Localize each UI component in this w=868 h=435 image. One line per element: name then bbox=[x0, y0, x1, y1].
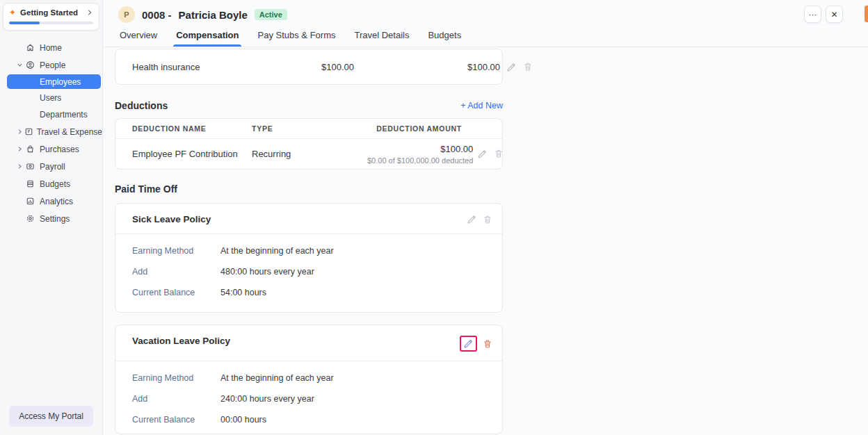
delete-icon[interactable] bbox=[494, 149, 504, 159]
sick-leave-policy-card: Sick Leave Policy Earning Method At the … bbox=[115, 203, 503, 313]
getting-started-label: Getting Started bbox=[20, 8, 82, 17]
sidebar-item-label: People bbox=[40, 60, 65, 70]
sidebar-item-label: Analytics bbox=[40, 197, 73, 206]
delete-icon[interactable] bbox=[483, 339, 492, 349]
policy-field: Current Balance 00:00 hours bbox=[132, 409, 485, 430]
payroll-icon bbox=[26, 162, 40, 171]
deduction-type: Recurring bbox=[252, 149, 367, 159]
chevron-right-icon bbox=[17, 129, 24, 135]
benefits-card: Health insurance $100.00 $100.00 bbox=[115, 49, 503, 85]
employee-id: 0008 - bbox=[142, 9, 172, 21]
gear-icon bbox=[26, 214, 40, 223]
sidebar-item-label: Users bbox=[40, 93, 61, 103]
edit-icon[interactable] bbox=[463, 338, 474, 349]
column-header: DEDUCTION AMOUNT bbox=[367, 124, 462, 133]
sidebar-item-departments[interactable]: Departments bbox=[0, 106, 102, 123]
field-value: At the beginning of each year bbox=[220, 373, 485, 383]
column-header: TYPE bbox=[252, 124, 367, 133]
sidebar-item-users[interactable]: Users bbox=[0, 90, 102, 106]
sparkle-icon: ✦ bbox=[9, 8, 16, 17]
home-icon bbox=[26, 43, 40, 52]
sidebar-item-purchases[interactable]: Purchases bbox=[0, 140, 102, 158]
pto-section-title: Paid Time Off bbox=[115, 183, 868, 195]
deduction-name: Employee PF Contribution bbox=[132, 149, 252, 159]
policy-field: Add 240:00 hours every year bbox=[132, 388, 485, 409]
access-my-portal-button[interactable]: Access My Portal bbox=[9, 406, 93, 427]
close-button[interactable]: ✕ bbox=[826, 6, 843, 23]
shopping-bag-icon bbox=[26, 145, 40, 154]
edge-feedback-tab[interactable] bbox=[865, 6, 868, 22]
sidebar-item-analytics[interactable]: Analytics bbox=[0, 192, 102, 210]
sidebar-item-label: Employees bbox=[40, 77, 81, 87]
sidebar-item-employees[interactable]: Employees bbox=[7, 74, 101, 89]
sidebar-item-label: Payroll bbox=[40, 162, 65, 172]
tab-bar: Overview Compensation Pay Stubs & Forms … bbox=[118, 30, 857, 47]
benefit-amount: $100.00 bbox=[321, 62, 467, 72]
sidebar-item-payroll[interactable]: Payroll bbox=[0, 158, 102, 175]
benefit-name: Health insurance bbox=[132, 62, 321, 72]
field-label: Add bbox=[132, 394, 220, 404]
edit-icon[interactable] bbox=[477, 149, 488, 159]
sidebar-item-label: Travel & Expense bbox=[37, 127, 102, 137]
onboarding-progress-fill bbox=[9, 22, 40, 24]
field-label: Current Balance bbox=[132, 288, 220, 297]
deductions-table-header: DEDUCTION NAME TYPE DEDUCTION AMOUNT bbox=[115, 119, 502, 139]
avatar: P bbox=[118, 6, 135, 23]
employee-header: P 0008 - Patricia Boyle Active Overview … bbox=[103, 0, 868, 47]
field-value: 480:00 hours every year bbox=[220, 267, 485, 277]
tab-compensation[interactable]: Compensation bbox=[176, 30, 239, 47]
sidebar-item-label: Home bbox=[40, 43, 62, 53]
field-label: Earning Method bbox=[132, 246, 220, 256]
field-label: Earning Method bbox=[132, 373, 220, 383]
sidebar-item-budgets[interactable]: Budgets bbox=[0, 175, 102, 192]
deduction-note: $0.00 of $100,000.00 deducted bbox=[367, 156, 473, 165]
vacation-leave-policy-card: Vacation Leave Policy Earning Method bbox=[115, 325, 503, 434]
deductions-card: DEDUCTION NAME TYPE DEDUCTION AMOUNT Emp… bbox=[115, 118, 503, 170]
delete-icon[interactable] bbox=[523, 62, 533, 72]
chevron-right-icon bbox=[17, 146, 26, 152]
field-value: 54:00 hours bbox=[220, 288, 485, 297]
benefit-paid-amount: $100.00 bbox=[467, 62, 500, 72]
add-new-deduction-link[interactable]: + Add New bbox=[460, 101, 503, 110]
field-label: Add bbox=[132, 267, 220, 277]
sidebar-nav: Home People Employees Users Departments bbox=[0, 39, 102, 406]
sidebar: ✦ Getting Started Home People bbox=[0, 0, 103, 435]
getting-started-card[interactable]: ✦ Getting Started bbox=[3, 3, 99, 31]
more-options-button[interactable]: ··· bbox=[804, 6, 821, 23]
benefit-row: Health insurance $100.00 $100.00 bbox=[115, 62, 502, 72]
highlight-annotation-box bbox=[460, 336, 477, 352]
sidebar-item-label: Departments bbox=[40, 110, 88, 120]
compensation-content: Health insurance $100.00 $100.00 Deducti… bbox=[103, 47, 868, 435]
sidebar-item-label: Budgets bbox=[40, 179, 70, 189]
sidebar-item-people[interactable]: People bbox=[0, 56, 102, 74]
deductions-section-title: Deductions bbox=[115, 100, 168, 111]
policy-field: Add 480:00 hours every year bbox=[132, 261, 485, 282]
edit-icon[interactable] bbox=[506, 62, 517, 72]
field-value: 240:00 hours every year bbox=[220, 394, 485, 404]
policy-field: Current Balance 54:00 hours bbox=[132, 282, 485, 303]
expense-card-icon bbox=[24, 127, 36, 136]
delete-icon[interactable] bbox=[483, 215, 492, 224]
column-header: DEDUCTION NAME bbox=[132, 124, 252, 133]
chevron-down-icon bbox=[17, 62, 26, 68]
tab-budgets[interactable]: Budgets bbox=[428, 30, 461, 47]
field-label: Current Balance bbox=[132, 415, 220, 425]
status-badge: Active bbox=[255, 9, 287, 20]
sidebar-item-settings[interactable]: Settings bbox=[0, 210, 102, 227]
policy-title: Sick Leave Policy bbox=[132, 214, 467, 224]
tab-overview[interactable]: Overview bbox=[120, 30, 157, 47]
chevron-right-icon[interactable] bbox=[86, 9, 93, 16]
tab-travel-details[interactable]: Travel Details bbox=[354, 30, 409, 47]
edit-icon[interactable] bbox=[467, 214, 477, 224]
field-value: At the beginning of each year bbox=[220, 246, 485, 256]
bar-chart-icon bbox=[26, 197, 40, 206]
employee-name: Patricia Boyle bbox=[179, 9, 248, 21]
onboarding-progress-bar bbox=[9, 22, 93, 24]
field-value: 00:00 hours bbox=[220, 415, 485, 425]
sidebar-item-travel-expense[interactable]: Travel & Expense bbox=[0, 123, 102, 140]
main-panel: P 0008 - Patricia Boyle Active Overview … bbox=[103, 0, 868, 435]
sidebar-item-label: Purchases bbox=[40, 145, 79, 154]
tab-pay-stubs-forms[interactable]: Pay Stubs & Forms bbox=[257, 30, 335, 47]
sidebar-item-home[interactable]: Home bbox=[0, 39, 102, 56]
sidebar-item-label: Settings bbox=[40, 214, 70, 224]
